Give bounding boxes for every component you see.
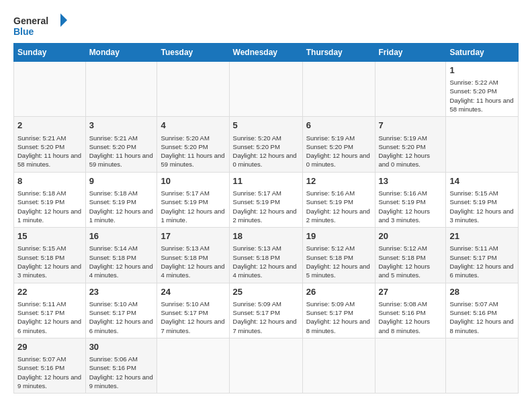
cal-cell: 9Sunrise: 5:18 AMSunset: 5:19 PMDaylight… <box>85 172 157 227</box>
day-info: Sunrise: 5:12 AM <box>379 244 443 253</box>
cal-cell <box>157 338 229 393</box>
day-info: Sunrise: 5:16 AM <box>306 189 371 197</box>
day-number: 1 <box>449 64 515 77</box>
day-info: Sunrise: 5:20 AM <box>161 134 225 142</box>
cal-cell <box>85 62 157 117</box>
day-number: 4 <box>161 120 225 132</box>
day-number: 26 <box>306 286 371 298</box>
day-info: Sunrise: 5:09 AM <box>306 300 371 308</box>
day-number: 20 <box>379 230 443 242</box>
day-info: Daylight: 12 hours and 6 minutes. <box>89 317 154 335</box>
cal-cell: 5Sunrise: 5:20 AMSunset: 5:20 PMDaylight… <box>229 117 302 172</box>
day-info: Daylight: 12 hours and 1 minute. <box>161 207 225 225</box>
day-info: Sunset: 5:18 PM <box>161 253 225 262</box>
day-info: Sunrise: 5:10 AM <box>89 300 154 308</box>
cal-cell: 19Sunrise: 5:12 AMSunset: 5:18 PMDayligh… <box>302 228 375 283</box>
calendar-table: SundayMondayTuesdayWednesdayThursdayFrid… <box>13 43 519 394</box>
header: General Blue <box>13 12 519 39</box>
day-info: Sunset: 5:19 PM <box>379 197 443 206</box>
day-info: Daylight: 12 hours and 0 minutes. <box>306 151 371 169</box>
day-info: Sunrise: 5:18 AM <box>17 189 82 197</box>
day-info: Sunrise: 5:11 AM <box>449 244 515 253</box>
day-info: Daylight: 12 hours and 3 minutes. <box>379 207 443 225</box>
day-info: Sunset: 5:17 PM <box>161 308 225 317</box>
day-info: Daylight: 11 hours and 59 minutes. <box>89 151 154 169</box>
cal-cell: 24Sunrise: 5:10 AMSunset: 5:17 PMDayligh… <box>157 283 229 338</box>
cal-cell: 29Sunrise: 5:07 AMSunset: 5:16 PMDayligh… <box>14 338 86 393</box>
day-info: Daylight: 12 hours and 9 minutes. <box>17 373 82 391</box>
day-info: Sunrise: 5:13 AM <box>161 244 225 253</box>
cal-cell: 30Sunrise: 5:06 AMSunset: 5:16 PMDayligh… <box>85 338 157 393</box>
day-info: Daylight: 12 hours and 4 minutes. <box>233 262 299 280</box>
day-info: Sunset: 5:19 PM <box>17 197 82 206</box>
day-info: Sunset: 5:16 PM <box>89 363 154 372</box>
day-info: Sunset: 5:17 PM <box>306 308 371 317</box>
day-number: 19 <box>306 230 371 242</box>
day-info: Sunset: 5:20 PM <box>306 142 371 151</box>
day-number: 28 <box>449 286 515 298</box>
day-info: Daylight: 11 hours and 58 minutes. <box>17 151 82 169</box>
day-info: Sunset: 5:18 PM <box>379 253 443 262</box>
day-info: Daylight: 11 hours and 59 minutes. <box>161 151 225 169</box>
day-info: Sunrise: 5:19 AM <box>379 134 443 142</box>
cal-cell: 15Sunrise: 5:15 AMSunset: 5:18 PMDayligh… <box>14 228 86 283</box>
cal-cell <box>302 338 375 393</box>
day-number: 13 <box>379 175 443 187</box>
day-info: Sunset: 5:18 PM <box>17 253 82 262</box>
day-info: Sunset: 5:17 PM <box>17 308 82 317</box>
day-info: Daylight: 12 hours and 8 minutes. <box>449 317 515 335</box>
col-header-monday: Monday <box>85 44 157 62</box>
day-info: Sunrise: 5:12 AM <box>306 244 371 253</box>
day-info: Sunset: 5:19 PM <box>449 197 515 206</box>
day-info: Sunset: 5:19 PM <box>161 197 225 206</box>
week-row-4: 15Sunrise: 5:15 AMSunset: 5:18 PMDayligh… <box>14 228 519 283</box>
day-number: 23 <box>89 286 154 298</box>
day-info: Sunrise: 5:21 AM <box>17 134 82 142</box>
day-info: Sunrise: 5:17 AM <box>233 189 299 197</box>
day-info: Sunset: 5:18 PM <box>89 253 154 262</box>
day-number: 22 <box>17 286 82 298</box>
day-number: 24 <box>161 286 225 298</box>
day-info: Daylight: 12 hours and 6 minutes. <box>449 262 515 280</box>
day-info: Daylight: 12 hours and 5 minutes. <box>379 262 443 280</box>
day-number: 17 <box>161 230 225 242</box>
day-number: 21 <box>449 230 515 242</box>
day-info: Sunset: 5:18 PM <box>306 253 371 262</box>
day-info: Sunset: 5:17 PM <box>89 308 154 317</box>
day-info: Sunset: 5:16 PM <box>449 308 515 317</box>
day-info: Sunset: 5:20 PM <box>161 142 225 151</box>
day-info: Sunrise: 5:19 AM <box>306 134 371 142</box>
day-info: Sunset: 5:19 PM <box>89 197 154 206</box>
day-number: 30 <box>89 341 154 353</box>
day-info: Sunrise: 5:07 AM <box>449 300 515 308</box>
day-info: Sunrise: 5:15 AM <box>449 189 515 197</box>
cal-cell: 18Sunrise: 5:13 AMSunset: 5:18 PMDayligh… <box>229 228 302 283</box>
cal-cell <box>375 338 446 393</box>
cal-cell <box>157 62 229 117</box>
col-header-wednesday: Wednesday <box>229 44 302 62</box>
cal-cell <box>446 117 519 172</box>
day-info: Sunrise: 5:22 AM <box>449 78 515 87</box>
day-number: 6 <box>306 120 371 132</box>
cal-cell: 2Sunrise: 5:21 AMSunset: 5:20 PMDaylight… <box>14 117 86 172</box>
day-info: Sunset: 5:17 PM <box>233 308 299 317</box>
col-header-thursday: Thursday <box>302 44 375 62</box>
day-info: Sunrise: 5:15 AM <box>17 244 82 253</box>
cal-cell <box>14 62 86 117</box>
day-number: 2 <box>17 120 82 132</box>
cal-cell: 13Sunrise: 5:16 AMSunset: 5:19 PMDayligh… <box>375 172 446 227</box>
day-info: Sunrise: 5:08 AM <box>379 300 443 308</box>
col-header-sunday: Sunday <box>14 44 86 62</box>
day-number: 12 <box>306 175 371 187</box>
cal-cell: 3Sunrise: 5:21 AMSunset: 5:20 PMDaylight… <box>85 117 157 172</box>
day-info: Daylight: 12 hours and 3 minutes. <box>449 207 515 225</box>
logo: General Blue <box>13 12 67 39</box>
day-number: 29 <box>17 341 82 353</box>
day-info: Sunrise: 5:17 AM <box>161 189 225 197</box>
cal-cell: 7Sunrise: 5:19 AMSunset: 5:20 PMDaylight… <box>375 117 446 172</box>
day-info: Sunset: 5:19 PM <box>233 197 299 206</box>
svg-marker-2 <box>60 13 67 27</box>
cal-cell: 21Sunrise: 5:11 AMSunset: 5:17 PMDayligh… <box>446 228 519 283</box>
day-number: 3 <box>89 120 154 132</box>
day-info: Sunrise: 5:10 AM <box>161 300 225 308</box>
